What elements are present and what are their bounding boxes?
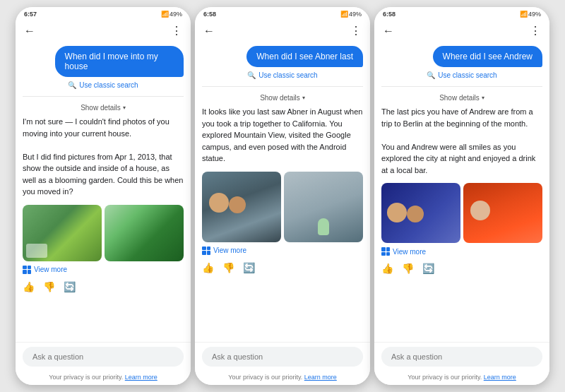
wifi-icon-3: 📶 [520,11,528,18]
photo-house-left [23,205,102,261]
photos-grid-1 [23,205,184,261]
chat-area-2: When did I see Abner last 🔍 Use classic … [195,40,370,342]
grid-icon-1 [23,266,31,274]
privacy-text-1: Your privacy is our priority. Learn more [16,371,191,385]
privacy-text-2: Your privacy is our priority. Learn more [195,371,370,385]
battery-1: 49% [170,11,182,18]
chat-area-3: Where did I see Andrew 🔍 Use classic sea… [374,40,549,342]
time-1: 6:57 [24,11,37,18]
phone-3: 6:58 📶 49% ← ⋮ Where did I see Andrew 🔍 … [374,7,549,385]
more-button-3[interactable]: ⋮ [530,24,541,37]
nav-bar-3: ← ⋮ [374,21,549,40]
assistant-response-1: I'm not sure — I couldn't find photos of… [23,116,184,198]
status-bar-3: 6:58 📶 49% [374,7,549,21]
grid-icon-2 [202,247,210,255]
classic-search-1[interactable]: 🔍 Use classic search [23,81,184,89]
user-query-2: When did I see Abner last [246,46,363,67]
photo-berlin-1 [381,183,460,243]
privacy-text-3: Your privacy is our priority. Learn more [374,371,549,385]
refresh-icon-3[interactable]: 🔄 [422,263,434,274]
thumbs-down-icon-1[interactable]: 👎 [43,281,55,292]
refresh-icon-2[interactable]: 🔄 [243,262,255,273]
learn-more-link-3[interactable]: Learn more [484,374,516,381]
ask-input-2[interactable] [202,347,363,367]
time-3: 6:58 [383,11,396,18]
feedback-bar-1: 👍 👎 🔄 [23,278,184,295]
user-query-1: When did I move into my house [55,46,184,77]
input-area-3 [374,342,549,371]
feedback-bar-3: 👍 👎 🔄 [381,260,542,277]
thumbs-up-icon-1[interactable]: 👍 [23,281,35,292]
photo-android [284,172,363,242]
divider-3 [381,86,542,87]
thumbs-down-icon-2[interactable]: 👎 [222,262,234,273]
ask-input-3[interactable] [381,347,542,367]
status-icons-1: 📶 49% [161,11,182,18]
chevron-down-icon-3: ▾ [482,95,484,101]
wifi-icon-2: 📶 [340,11,348,18]
user-query-3: Where did I see Andrew [433,46,542,67]
battery-3: 49% [528,11,541,18]
search-icon-1: 🔍 [68,81,76,89]
wifi-icon: 📶 [161,11,169,18]
thumbs-down-icon-3[interactable]: 👎 [402,263,414,274]
classic-search-2[interactable]: 🔍 Use classic search [202,71,363,79]
divider-2 [202,86,363,87]
chat-area-1: When did I move into my house 🔍 Use clas… [16,40,191,342]
phone-1: 6:57 📶 49% ← ⋮ When did I move into my h… [16,7,191,385]
nav-bar-2: ← ⋮ [195,21,370,40]
input-area-2 [195,342,370,371]
search-icon-3: 🔍 [427,71,435,79]
classic-search-3[interactable]: 🔍 Use classic search [381,71,542,79]
feedback-bar-2: 👍 👎 🔄 [202,259,363,276]
view-more-2[interactable]: View more [202,247,363,255]
photos-grid-3 [381,183,542,243]
photos-grid-2 [202,172,363,242]
input-area-1 [16,342,191,371]
status-bar-1: 6:57 📶 49% [16,7,191,21]
status-bar-2: 6:58 📶 49% [195,7,370,21]
phones-container: 6:57 📶 49% ← ⋮ When did I move into my h… [10,1,555,391]
phone-2: 6:58 📶 49% ← ⋮ When did I see Abner last… [195,7,370,385]
thumbs-up-icon-3[interactable]: 👍 [381,263,393,274]
grid-icon-3 [381,247,390,256]
assistant-response-2: It looks like you last saw Abner in Augu… [202,106,363,165]
chevron-down-icon-2: ▾ [302,95,305,101]
back-button-2[interactable]: ← [203,25,215,37]
show-details-3[interactable]: Show details ▾ [381,94,542,102]
divider-1 [23,96,184,97]
show-details-1[interactable]: Show details ▾ [23,104,184,112]
battery-2: 49% [349,11,362,18]
learn-more-link-2[interactable]: Learn more [304,374,337,381]
photo-house-right [105,205,184,261]
nav-bar-1: ← ⋮ [16,21,191,40]
back-button-1[interactable]: ← [24,25,35,37]
photo-selfie-group [202,172,281,242]
refresh-icon-1[interactable]: 🔄 [64,281,76,292]
learn-more-link-1[interactable]: Learn more [125,374,157,381]
back-button-3[interactable]: ← [383,25,394,37]
photo-berlin-selfie [463,183,542,243]
more-button-2[interactable]: ⋮ [350,24,362,37]
assistant-response-3: The last pics you have of Andrew are fro… [381,106,542,176]
view-more-1[interactable]: View more [23,266,184,274]
status-icons-3: 📶 49% [520,11,541,18]
thumbs-up-icon-2[interactable]: 👍 [202,262,214,273]
status-icons-2: 📶 49% [340,11,362,18]
time-2: 6:58 [203,11,216,18]
ask-input-1[interactable] [23,347,184,367]
chevron-down-icon-1: ▾ [123,105,126,111]
more-button-1[interactable]: ⋮ [171,24,182,37]
search-icon-2: 🔍 [247,71,256,79]
view-more-3[interactable]: View more [381,247,542,256]
show-details-2[interactable]: Show details ▾ [202,94,363,102]
